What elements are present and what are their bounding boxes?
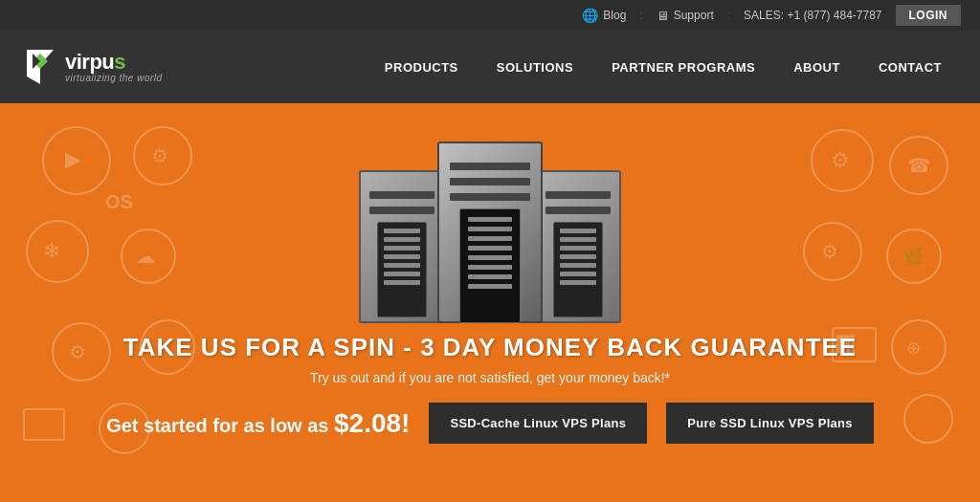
svg-text:OS: OS: [105, 191, 133, 212]
top-bar: 🌐 Blog : 🖥 Support : SALES: +1 (877) 484…: [0, 0, 980, 31]
logo-name-main: virpu: [65, 50, 114, 74]
hero-subtext: Try us out and if you are not satisfied,…: [310, 370, 670, 385]
monitor-icon: 🖥: [657, 9, 669, 23]
svg-text:▶: ▶: [65, 147, 81, 171]
nav-solutions[interactable]: SOLUTIONS: [478, 31, 592, 103]
svg-point-3: [43, 127, 110, 194]
blog-link[interactable]: 🌐 Blog: [582, 8, 626, 23]
cta-pure-ssd-button[interactable]: Pure SSD Linux VPS Plans: [666, 403, 874, 444]
svg-point-22: [887, 229, 941, 283]
svg-text:⚙: ⚙: [69, 341, 86, 362]
hero-price-text: Get started for as low as $2.08!: [106, 408, 410, 439]
globe-icon: 🌐: [582, 8, 598, 23]
separator-2: :: [727, 9, 730, 22]
server-right: [535, 170, 621, 323]
svg-text:🌿: 🌿: [902, 247, 924, 268]
hero-section: ▶ ⚙ ❄ ☁ OS ⚙ 🔧 ⚙ ☎ ⚙ 🌿 📊 ⊕: [0, 103, 980, 502]
separator-1: :: [639, 9, 642, 22]
svg-point-7: [27, 221, 88, 282]
sales-info: SALES: +1 (877) 484-7787: [744, 9, 881, 22]
logo-name: virpus: [65, 52, 163, 73]
svg-point-12: [53, 323, 110, 381]
svg-text:⚙: ⚙: [821, 241, 838, 262]
nav-partner-programs[interactable]: PARTNER PROGRAMS: [592, 31, 774, 103]
server-image: [337, 122, 643, 323]
svg-text:☎: ☎: [907, 155, 931, 176]
price-value: $2.08!: [334, 408, 410, 438]
svg-text:⚙: ⚙: [831, 148, 850, 172]
login-button[interactable]: LOGIN: [896, 5, 962, 26]
logo[interactable]: virpus virtualizing the world: [19, 46, 163, 88]
svg-text:⚙: ⚙: [151, 145, 168, 166]
svg-point-20: [804, 223, 861, 280]
svg-point-9: [122, 229, 175, 283]
logo-text: virpus virtualizing the world: [65, 52, 163, 83]
nav-products[interactable]: PRODUCTS: [366, 31, 478, 103]
svg-text:❄: ❄: [43, 239, 60, 263]
server-center: [437, 142, 543, 323]
hero-cta-row: Get started for as low as $2.08! SSD-Cac…: [0, 403, 980, 444]
blog-label: Blog: [603, 9, 626, 22]
svg-point-26: [892, 320, 946, 374]
cta-ssd-cache-button[interactable]: SSD-Cache Linux VPS Plans: [429, 403, 647, 444]
support-label: Support: [674, 9, 714, 22]
nav-about[interactable]: ABOUT: [774, 31, 859, 103]
server-left: [359, 170, 445, 323]
logo-tagline: virtualizing the world: [65, 73, 163, 83]
logo-name-accent: s: [114, 50, 125, 74]
svg-point-18: [890, 137, 947, 194]
sales-label: SALES: +1 (877) 484-7787: [744, 9, 881, 22]
hero-headline: TAKE US FOR A SPIN - 3 DAY MONEY BACK GU…: [123, 333, 857, 362]
svg-text:⊕: ⊕: [906, 338, 921, 358]
support-link[interactable]: 🖥 Support: [657, 9, 714, 23]
nav-contact[interactable]: CONTACT: [859, 31, 961, 103]
svg-point-5: [134, 127, 191, 185]
nav-links: PRODUCTS SOLUTIONS PARTNER PROGRAMS ABOU…: [366, 31, 961, 103]
logo-icon: [19, 46, 61, 88]
price-prefix: Get started for as low as: [106, 415, 334, 436]
svg-point-16: [812, 130, 873, 191]
main-nav: virpus virtualizing the world PRODUCTS S…: [0, 31, 980, 103]
svg-text:☁: ☁: [136, 246, 155, 267]
